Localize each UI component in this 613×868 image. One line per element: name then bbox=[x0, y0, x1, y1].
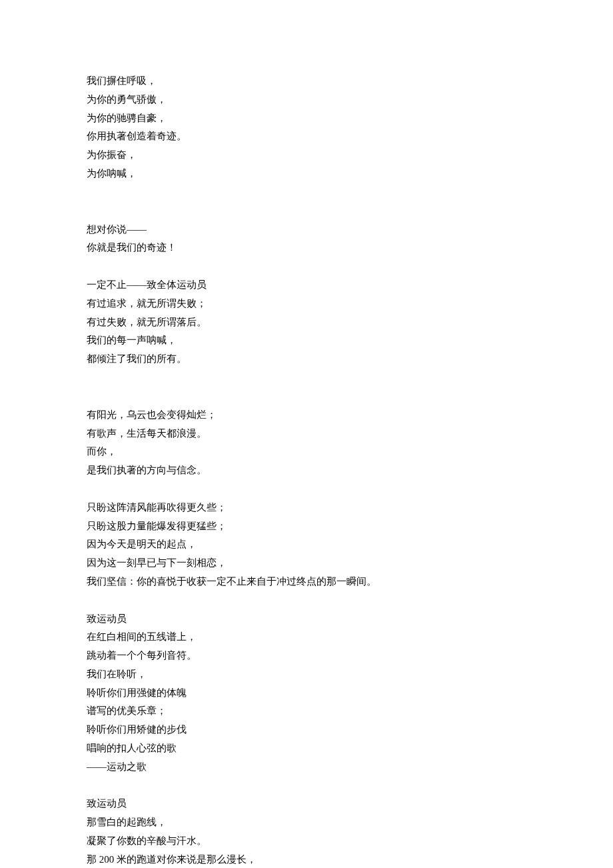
poem-line: 致运动员 bbox=[87, 795, 526, 813]
poem-line: 在红白相间的五线谱上， bbox=[87, 628, 526, 647]
stanza: 我们摒住呼吸， 为你的勇气骄傲， 为你的驰骋自豪， 你用执著创造着奇迹。 为你振… bbox=[87, 72, 526, 183]
stanza: 一定不止——致全体运动员 有过追求，就无所谓失败； 有过失败，就无所谓落后。 我… bbox=[87, 276, 526, 369]
poem-line: 因为今天是明天的起点， bbox=[87, 535, 526, 554]
poem-line: 凝聚了你数的辛酸与汗水。 bbox=[87, 832, 526, 851]
poem-line: 我们在聆听， bbox=[87, 665, 526, 684]
poem-line: 有过追求，就无所谓失败； bbox=[87, 295, 526, 313]
poem-line: 而你， bbox=[87, 443, 526, 461]
poem-line: 我们摒住呼吸， bbox=[87, 72, 526, 91]
document-page: 我们摒住呼吸， 为你的勇气骄傲， 为你的驰骋自豪， 你用执著创造着奇迹。 为你振… bbox=[0, 0, 613, 868]
poem-line: 唱响的扣人心弦的歌 bbox=[87, 739, 526, 758]
stanza: 只盼这阵清风能再吹得更久些； 只盼这股力量能爆发得更猛些； 因为今天是明天的起点… bbox=[87, 499, 526, 591]
poem-line: 聆听你们用矫健的步伐 bbox=[87, 721, 526, 739]
poem-line: 为你振奋， bbox=[87, 146, 526, 165]
poem-line: 聆听你们用强健的体魄 bbox=[87, 684, 526, 703]
poem-line: ——运动之歌 bbox=[87, 758, 526, 777]
poem-line: 为你的勇气骄傲， bbox=[87, 91, 526, 109]
poem-line: 你就是我们的奇迹！ bbox=[87, 239, 526, 257]
stanza: 致运动员 那雪白的起跑线， 凝聚了你数的辛酸与汗水。 那 200 米的跑道对你来… bbox=[87, 795, 526, 868]
poem-line: 为你的驰骋自豪， bbox=[87, 109, 526, 128]
poem-line: 都倾注了我们的所有。 bbox=[87, 350, 526, 369]
poem-line: 有歌声，生活每天都浪漫。 bbox=[87, 425, 526, 443]
poem-line: 只盼这阵清风能再吹得更久些； bbox=[87, 499, 526, 517]
poem-line: 你用执著创造着奇迹。 bbox=[87, 127, 526, 146]
poem-line: 那雪白的起跑线， bbox=[87, 813, 526, 832]
poem-line: 只盼这股力量能爆发得更猛些； bbox=[87, 517, 526, 536]
poem-line: 想对你说—— bbox=[87, 221, 526, 239]
stanza: 想对你说—— 你就是我们的奇迹！ bbox=[87, 221, 526, 258]
poem-line: 有过失败，就无所谓落后。 bbox=[87, 313, 526, 332]
poem-line: 是我们执著的方向与信念。 bbox=[87, 461, 526, 480]
poem-line: 因为这一刻早已与下一刻相恋， bbox=[87, 554, 526, 573]
poem-line: 那 200 米的跑道对你来说是那么漫长， bbox=[87, 851, 526, 869]
poem-line: 我们的每一声呐喊， bbox=[87, 331, 526, 350]
poem-line: 跳动着一个个每列音符。 bbox=[87, 647, 526, 665]
poem-line: 谱写的优美乐章； bbox=[87, 702, 526, 721]
stanza: 有阳光，乌云也会变得灿烂； 有歌声，生活每天都浪漫。 而你， 是我们执著的方向与… bbox=[87, 406, 526, 480]
poem-line: 为你呐喊， bbox=[87, 165, 526, 183]
poem-line: 一定不止——致全体运动员 bbox=[87, 276, 526, 295]
poem-line: 有阳光，乌云也会变得灿烂； bbox=[87, 406, 526, 425]
stanza: 致运动员 在红白相间的五线谱上， 跳动着一个个每列音符。 我们在聆听， 聆听你们… bbox=[87, 610, 526, 777]
poem-line: 致运动员 bbox=[87, 610, 526, 629]
poem-line: 我们坚信：你的喜悦于收获一定不止来自于冲过终点的那一瞬间。 bbox=[87, 573, 526, 591]
